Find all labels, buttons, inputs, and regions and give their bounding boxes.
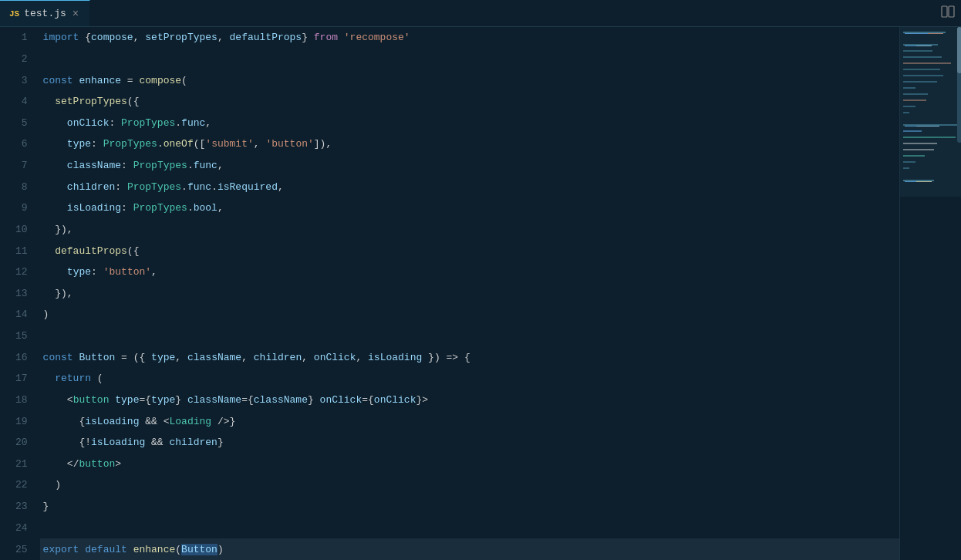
tab-close-button[interactable]: × <box>71 8 80 19</box>
line-code: } <box>40 496 899 518</box>
code-line: 12 type: 'button', <box>0 261 899 283</box>
svg-rect-1 <box>949 6 954 17</box>
code-line: 4 setPropTypes({ <box>0 91 899 113</box>
code-line: 3const enhance = compose( <box>0 69 899 91</box>
line-number: 12 <box>0 261 40 283</box>
code-line: 25export default enhance(Button) <box>0 538 899 560</box>
line-code: ) <box>40 474 899 496</box>
line-number: 4 <box>0 91 40 113</box>
minimap[interactable] <box>899 27 961 560</box>
code-line: 7 className: PropTypes.func, <box>0 155 899 177</box>
svg-rect-33 <box>905 126 916 127</box>
code-line: 9 isLoading: PropTypes.bool, <box>0 197 899 219</box>
line-number: 21 <box>0 454 40 475</box>
code-line: 17 return ( <box>0 368 899 390</box>
tab-label: test.js <box>24 8 66 19</box>
line-code: return ( <box>40 368 899 390</box>
svg-rect-31 <box>905 46 916 46</box>
split-editor-icon[interactable] <box>941 5 955 22</box>
code-line: 14) <box>0 304 899 326</box>
line-code: setPropTypes({ <box>40 91 899 113</box>
line-code: }), <box>40 219 899 241</box>
tab-test-js[interactable]: JS test.js × <box>0 0 90 26</box>
line-number: 13 <box>0 283 40 305</box>
line-number: 16 <box>0 346 40 368</box>
editor-container: JS test.js × 1import {compose, setPropTy… <box>0 0 961 560</box>
line-code: }), <box>40 283 899 305</box>
line-number: 17 <box>0 368 40 390</box>
line-number: 1 <box>0 27 40 49</box>
code-line: 5 onClick: PropTypes.func, <box>0 113 899 134</box>
line-number: 24 <box>0 517 40 538</box>
line-number: 10 <box>0 219 40 241</box>
line-code: type: 'button', <box>40 261 899 283</box>
code-line: 24 <box>0 517 899 538</box>
code-line: 23} <box>0 496 899 518</box>
line-number: 25 <box>0 538 40 560</box>
line-number: 6 <box>0 133 40 155</box>
line-code: const Button = ({ type, className, child… <box>40 346 899 368</box>
code-line: 1import {compose, setPropTypes, defaultP… <box>0 27 899 49</box>
line-number: 3 <box>0 69 40 91</box>
line-code <box>40 517 899 538</box>
code-area[interactable]: 1import {compose, setPropTypes, defaultP… <box>0 27 899 560</box>
line-number: 23 <box>0 496 40 518</box>
line-code: className: PropTypes.func, <box>40 155 899 177</box>
line-number: 15 <box>0 326 40 347</box>
code-line: 13 }), <box>0 283 899 305</box>
line-number: 7 <box>0 155 40 177</box>
code-line: 16const Button = ({ type, className, chi… <box>0 346 899 368</box>
code-line: 8 children: PropTypes.func.isRequired, <box>0 176 899 197</box>
line-code: import {compose, setPropTypes, defaultPr… <box>40 27 899 49</box>
code-content: 1import {compose, setPropTypes, defaultP… <box>0 27 899 560</box>
svg-rect-29 <box>905 33 928 34</box>
line-code: <button type={type} className={className… <box>40 390 899 411</box>
code-line: 21 </button> <box>0 454 899 475</box>
svg-rect-36 <box>916 181 932 182</box>
line-number: 8 <box>0 176 40 197</box>
svg-rect-34 <box>916 126 939 127</box>
tab-bar: JS test.js × <box>0 0 961 27</box>
line-code: defaultProps({ <box>40 240 899 261</box>
code-line: 10 }), <box>0 219 899 241</box>
editor-actions <box>941 5 955 22</box>
line-code <box>40 49 899 70</box>
line-code: const enhance = compose( <box>40 69 899 91</box>
code-line: 6 type: PropTypes.oneOf(['submit', 'butt… <box>0 133 899 155</box>
line-code: {isLoading && <Loading />} <box>40 410 899 432</box>
code-line: 15 <box>0 326 899 347</box>
svg-rect-0 <box>942 6 947 17</box>
line-code: {!isLoading && children} <box>40 432 899 454</box>
line-number: 19 <box>0 410 40 432</box>
line-code: ) <box>40 304 899 326</box>
line-number: 9 <box>0 197 40 219</box>
code-line: 18 <button type={type} className={classN… <box>0 390 899 411</box>
line-number: 22 <box>0 474 40 496</box>
line-code <box>40 326 899 347</box>
line-code: </button> <box>40 454 899 475</box>
line-code: export default enhance(Button) <box>40 538 899 560</box>
code-line: 22 ) <box>0 474 899 496</box>
line-code: onClick: PropTypes.func, <box>40 113 899 134</box>
code-line: 2 <box>0 49 899 70</box>
line-code: isLoading: PropTypes.bool, <box>40 197 899 219</box>
line-code: children: PropTypes.func.isRequired, <box>40 176 899 197</box>
svg-rect-30 <box>928 33 943 34</box>
line-number: 18 <box>0 390 40 411</box>
line-number: 5 <box>0 113 40 134</box>
svg-rect-38 <box>957 27 961 73</box>
code-line: 11 defaultProps({ <box>0 240 899 261</box>
line-number: 20 <box>0 432 40 454</box>
svg-rect-32 <box>916 46 932 46</box>
code-line: 19 {isLoading && <Loading />} <box>0 410 899 432</box>
line-number: 14 <box>0 304 40 326</box>
line-code: type: PropTypes.oneOf(['submit', 'button… <box>40 133 899 155</box>
code-line: 20 {!isLoading && children} <box>0 432 899 454</box>
tabs: JS test.js × <box>0 0 90 26</box>
js-file-icon: JS <box>9 9 19 19</box>
line-number: 2 <box>0 49 40 70</box>
svg-rect-35 <box>905 181 916 182</box>
svg-rect-28 <box>900 27 961 197</box>
editor-main: 1import {compose, setPropTypes, defaultP… <box>0 27 961 560</box>
line-number: 11 <box>0 240 40 261</box>
